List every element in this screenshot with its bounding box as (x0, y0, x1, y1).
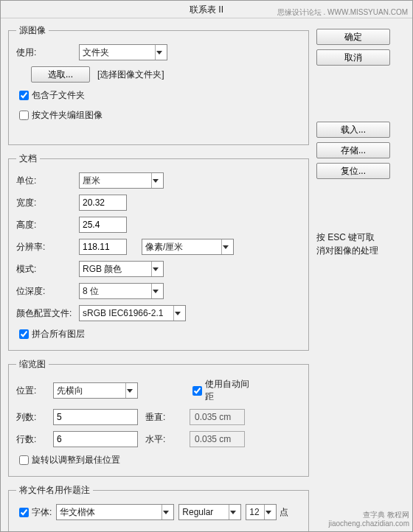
hspace-value: 0.035 cm (190, 431, 245, 447)
chevron-down-icon (229, 505, 240, 519)
depth-select[interactable]: 8 位 (79, 283, 164, 299)
depth-label: 位深度: (16, 285, 79, 298)
choose-hint: [选择图像文件夹] (97, 69, 164, 81)
ok-button[interactable]: 确定 (316, 29, 390, 45)
position-label: 位置: (16, 385, 53, 397)
position-select[interactable]: 先横向 (53, 382, 138, 399)
caption-group: 将文件名用作题注 字体: 华文楷体 Regular 12 点 (8, 484, 309, 532)
vspace-value: 0.035 cm (190, 409, 245, 425)
group-by-folder-checkbox[interactable] (19, 111, 29, 120)
include-subfolders-checkbox[interactable] (19, 91, 29, 100)
width-label: 宽度: (16, 197, 79, 209)
thumbnail-legend: 缩览图 (16, 358, 49, 371)
use-label: 使用: (16, 46, 79, 59)
include-subfolders-label: 包含子文件夹 (32, 89, 85, 102)
height-label: 高度: (16, 219, 79, 231)
chevron-down-icon (173, 306, 185, 321)
thumbnail-group: 缩览图 位置: 先横向 使用自动间距 列数: 垂直: 0.035 cm 行数: … (8, 358, 309, 477)
watermark-bottom: 查字典 教程网 jiaocheng.chazidian.com (328, 511, 409, 528)
chevron-down-icon (151, 284, 163, 298)
resolution-input[interactable] (79, 239, 127, 255)
rotate-best-fit-checkbox[interactable] (19, 455, 29, 465)
rows-input[interactable] (53, 431, 138, 447)
resolution-unit-select[interactable]: 像素/厘米 (142, 239, 234, 255)
mode-select[interactable]: RGB 颜色 (79, 261, 164, 277)
window-title: 联系表 II (190, 4, 223, 15)
font-size-select[interactable]: 12 (246, 504, 277, 520)
width-input[interactable] (79, 195, 127, 211)
rotate-best-fit-label: 旋转以调整到最佳位置 (32, 454, 120, 466)
vspace-label: 垂直: (145, 411, 190, 424)
choose-folder-button[interactable]: 选取... (31, 66, 90, 83)
font-label: 字体: (32, 506, 52, 519)
cancel-button[interactable]: 取消 (316, 49, 390, 66)
chevron-down-icon (264, 505, 276, 519)
flatten-layers-checkbox[interactable] (19, 329, 29, 339)
caption-legend: 将文件名用作题注 (16, 484, 93, 497)
chevron-down-icon (162, 505, 173, 519)
autospace-checkbox[interactable] (192, 386, 202, 396)
chevron-down-icon (221, 239, 233, 254)
font-unit: 点 (280, 506, 288, 519)
chevron-down-icon (151, 262, 163, 276)
watermark-top: 思缘设计论坛 . WWW.MISSYUAN.COM (277, 4, 408, 21)
use-select[interactable]: 文件夹 (79, 44, 167, 60)
cols-label: 列数: (16, 411, 53, 424)
chevron-down-icon (151, 173, 163, 188)
autospace-label: 使用自动间距 (205, 378, 256, 403)
cols-input[interactable] (53, 409, 138, 425)
caption-enable-checkbox[interactable] (19, 508, 29, 517)
profile-select[interactable]: sRGB IEC61966-2.1 (79, 305, 186, 321)
unit-label: 单位: (16, 175, 79, 187)
unit-select[interactable]: 厘米 (79, 172, 164, 189)
profile-label: 颜色配置文件: (16, 307, 79, 320)
source-image-legend: 源图像 (16, 24, 49, 37)
group-by-folder-label: 按文件夹编组图像 (32, 109, 103, 122)
chevron-down-icon (155, 45, 167, 60)
reset-button[interactable]: 复位... (316, 163, 390, 179)
save-button[interactable]: 存储... (316, 142, 390, 158)
esc-hint: 按 ESC 键可取 消对图像的处理 (316, 231, 398, 257)
height-input[interactable] (79, 217, 127, 233)
hspace-label: 水平: (145, 433, 190, 446)
font-family-select[interactable]: 华文楷体 (56, 504, 174, 520)
load-button[interactable]: 载入... (316, 122, 390, 138)
chevron-down-icon (125, 383, 137, 398)
document-group: 文档 单位: 厘米 宽度: 高度: 分辨率: 像素/厘米 (8, 153, 309, 351)
title-bar: 联系表 II 思缘设计论坛 . WWW.MISSYUAN.COM (1, 1, 412, 18)
resolution-label: 分辨率: (16, 241, 79, 253)
font-style-select[interactable]: Regular (178, 504, 241, 520)
flatten-layers-label: 拼合所有图层 (32, 328, 85, 340)
rows-label: 行数: (16, 433, 53, 446)
document-legend: 文档 (16, 153, 40, 165)
source-image-group: 源图像 使用: 文件夹 选取... [选择图像文件夹] 包含子文件夹 按文件夹编… (8, 24, 309, 145)
mode-label: 模式: (16, 263, 79, 276)
